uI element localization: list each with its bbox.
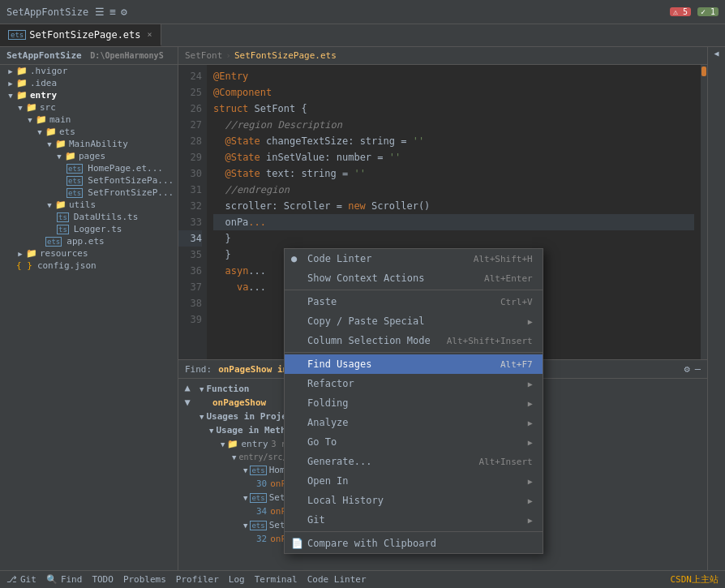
code-line: //region Description bbox=[213, 117, 694, 133]
menu-item-context-actions[interactable]: Show Context Actions Alt+Enter bbox=[285, 268, 543, 288]
tree-item-ets[interactable]: ▼ 📁 ets bbox=[0, 126, 178, 138]
menu-item-paste[interactable]: Paste Ctrl+V bbox=[285, 292, 543, 311]
tree-item-pages[interactable]: ▼ 📁 pages bbox=[0, 150, 178, 162]
problems-label: Problems bbox=[123, 574, 166, 585]
status-log[interactable]: Log bbox=[229, 574, 245, 585]
tree-item-utils[interactable]: ▼ 📁 utils bbox=[0, 199, 178, 211]
menu-item-git[interactable]: Git ▶ bbox=[285, 510, 543, 530]
main-content: SetAppFontSize D:\OpenHarmonyS ▶ 📁 .hvig… bbox=[0, 47, 725, 570]
codelinter-label: Code Linter bbox=[307, 574, 367, 585]
tree-item-resources[interactable]: ▶ 📁 resources bbox=[0, 247, 178, 260]
menu-item-code-linter[interactable]: ● Code Linter Alt+Shift+H bbox=[285, 249, 543, 268]
tree-label: ets bbox=[59, 127, 75, 137]
scrollbar-thumb bbox=[701, 67, 706, 76]
tree-item-appets[interactable]: ets app.ets bbox=[0, 235, 178, 247]
collapse-icon: ▼ bbox=[221, 440, 225, 449]
code-line: @State changeTextSize: string = '' bbox=[213, 133, 694, 149]
right-icon-1[interactable]: ▶ bbox=[712, 50, 721, 59]
ets-file-icon: ets bbox=[66, 176, 83, 186]
breadcrumb-setfont: SetFont bbox=[185, 50, 222, 61]
list-icon[interactable]: ≡ bbox=[109, 6, 116, 18]
arrow-icon: ▶ bbox=[528, 516, 533, 525]
arrow-icon: ▶ bbox=[528, 438, 533, 447]
folder-icon: 📁 bbox=[55, 139, 66, 149]
tree-item-config[interactable]: { } config.json bbox=[0, 260, 178, 272]
code-line: struct SetFont { bbox=[213, 101, 694, 117]
menu-item-refactor[interactable]: Refactor ▶ bbox=[285, 374, 543, 393]
arrow-icon: ▶ bbox=[528, 317, 533, 326]
code-line: //endregion bbox=[213, 182, 694, 198]
tree-label: entry bbox=[30, 90, 57, 101]
right-sidebar: ▶ bbox=[707, 47, 725, 570]
sidebar-header: SetAppFontSize D:\OpenHarmonyS bbox=[0, 47, 178, 65]
tree-item-datautils[interactable]: ts DataUtils.ts bbox=[0, 211, 178, 223]
tree-label: main bbox=[49, 114, 71, 125]
tree-label: config.json bbox=[37, 260, 97, 271]
folder-icon: 📁 bbox=[16, 66, 28, 76]
tree-item-homepage[interactable]: ets HomePage.et... bbox=[0, 162, 178, 174]
csdn-label: CSDN上主站 bbox=[671, 573, 719, 586]
status-problems[interactable]: Problems bbox=[123, 574, 166, 585]
up-icon[interactable]: ▲ bbox=[184, 382, 190, 393]
json-file-icon: { } bbox=[16, 260, 32, 271]
menu-item-analyze[interactable]: Analyze ▶ bbox=[285, 413, 543, 432]
tree-item-setfontsize[interactable]: ets SetFontSizePa... bbox=[0, 174, 178, 187]
settings-icon[interactable]: ⚙ bbox=[684, 363, 690, 375]
tab-close-button[interactable]: × bbox=[148, 30, 152, 39]
code-linter-icon: ● bbox=[291, 253, 297, 264]
tree-item-main[interactable]: ▼ 📁 main bbox=[0, 114, 178, 126]
collapse-icon: ▼ bbox=[199, 413, 204, 421]
status-terminal[interactable]: Terminal bbox=[255, 574, 298, 585]
find-panel-actions: ⚙ — bbox=[684, 363, 701, 375]
collapse-arrow: ▼ bbox=[6, 92, 15, 100]
folder-icon: 📁 bbox=[36, 114, 47, 125]
arrow-icon: ▶ bbox=[528, 380, 533, 388]
ets-icon: ets bbox=[250, 466, 266, 475]
find-tree-label: entry bbox=[241, 439, 268, 449]
tree-item-logger[interactable]: ts Logger.ts bbox=[0, 223, 178, 235]
status-codelinter[interactable]: Code Linter bbox=[307, 574, 367, 585]
find-label: Find: bbox=[185, 364, 212, 375]
menu-item-folding[interactable]: Folding ▶ bbox=[285, 393, 543, 413]
menu-item-column-selection[interactable]: Column Selection Mode Alt+Shift+Insert bbox=[285, 331, 543, 350]
folder-icon: 📁 bbox=[16, 78, 28, 88]
menu-item-open-in[interactable]: Open In ▶ bbox=[285, 471, 543, 491]
collapse-icon: ▼ bbox=[209, 427, 213, 435]
settings-icon[interactable]: ⚙ bbox=[121, 6, 127, 18]
top-bar: SetAppFontSize ☰ ≡ ⚙ ⚠ 5 ✓ 1 bbox=[0, 0, 725, 24]
scrollbar[interactable] bbox=[701, 65, 707, 359]
arrow-icon: ▶ bbox=[528, 399, 533, 408]
tree-item-setfrontsize[interactable]: ets SetFrontSizeP... bbox=[0, 187, 178, 199]
collapse-icon: ▼ bbox=[243, 494, 247, 502]
ets-icon: ets bbox=[250, 493, 266, 503]
status-csdn[interactable]: CSDN上主站 bbox=[671, 573, 719, 586]
status-profiler[interactable]: Profiler bbox=[176, 574, 219, 585]
status-find[interactable]: 🔍 Find bbox=[46, 574, 83, 585]
arrow-icon: ▶ bbox=[528, 418, 533, 427]
menu-icon[interactable]: ☰ bbox=[95, 6, 105, 18]
menu-item-generate[interactable]: Generate... Alt+Insert bbox=[285, 452, 543, 471]
menu-item-goto[interactable]: Go To ▶ bbox=[285, 432, 543, 452]
tree-item-mainability[interactable]: ▼ 📁 MainAbility bbox=[0, 138, 178, 150]
tree-item-idea[interactable]: ▶ 📁 .idea bbox=[0, 77, 178, 89]
menu-item-find-usages[interactable]: Find Usages Alt+F7 bbox=[285, 354, 543, 374]
find-tree-label: onPageShow bbox=[212, 397, 266, 408]
project-title: SetAppFontSize bbox=[6, 6, 88, 18]
tree-item-entry[interactable]: ▼ 📁 entry bbox=[0, 89, 178, 101]
menu-item-local-history[interactable]: Local History ▶ bbox=[285, 491, 543, 510]
status-git[interactable]: ⎇ Git bbox=[6, 574, 36, 585]
status-todo[interactable]: TODO bbox=[92, 574, 114, 585]
ts-file-icon: ts bbox=[57, 212, 69, 222]
tree-item-src[interactable]: ▼ 📁 src bbox=[0, 101, 178, 114]
collapse-icon: ▼ bbox=[199, 385, 204, 393]
tree-label: resources bbox=[40, 248, 88, 259]
line-number: 34 bbox=[256, 506, 267, 517]
menu-item-compare-clipboard[interactable]: 📄 Compare with Clipboard bbox=[285, 534, 543, 553]
down-icon[interactable]: ▼ bbox=[184, 397, 190, 408]
collapse-arrow: ▶ bbox=[6, 79, 15, 88]
tree-item-hvigor[interactable]: ▶ 📁 .hvigor bbox=[0, 65, 178, 77]
menu-item-copy-paste-special[interactable]: Copy / Paste Special ▶ bbox=[285, 311, 543, 331]
tab-setfont[interactable]: ets SetFontSizePage.ets × bbox=[0, 24, 161, 46]
expand-icon[interactable]: — bbox=[695, 363, 701, 375]
toolbar-icons: ☰ ≡ ⚙ bbox=[95, 6, 127, 18]
